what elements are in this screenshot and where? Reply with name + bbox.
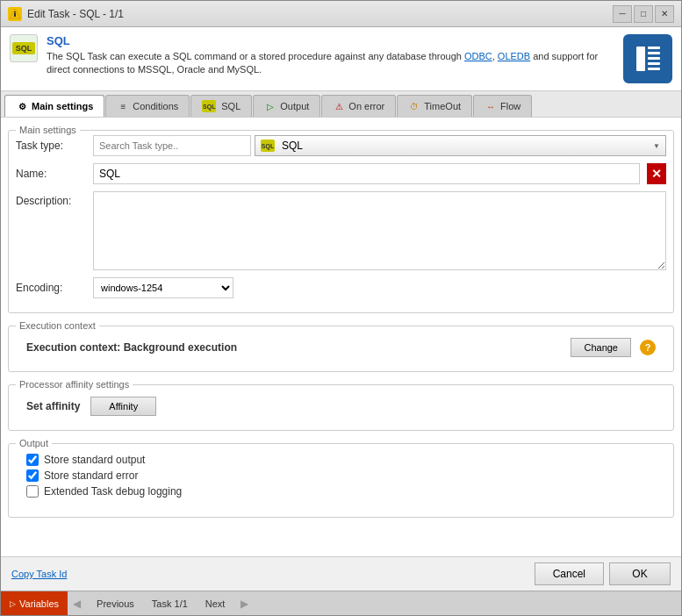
main-settings-icon: ⚙ — [16, 100, 28, 112]
on-error-icon: ⚠ — [333, 100, 345, 112]
tab-on-error[interactable]: ⚠ On error — [321, 95, 396, 117]
execution-context-body: Execution context: Background execution … — [16, 331, 666, 364]
header-description: The SQL Task can execute a SQL command o… — [47, 50, 614, 77]
debug-logging-row: Extended Task debug logging — [26, 485, 656, 498]
encoding-row: Encoding: windows-1254 UTF-8 UTF-16 ISO-… — [16, 277, 666, 298]
store-stderr-row: Store standard error — [26, 469, 656, 482]
output-body: Store standard output Store standard err… — [16, 448, 666, 510]
tab-conditions[interactable]: ≡ Conditions — [105, 95, 190, 117]
header-title: SQL — [47, 34, 614, 47]
sql-header-icon: SQL — [10, 34, 38, 62]
task-indicator: Task 1/1 — [145, 598, 195, 609]
debug-logging-label: Extended Task debug logging — [44, 485, 182, 498]
window-title: Edit Task - SQL - 1/1 — [27, 8, 613, 20]
header-area: SQL SQL The SQL Task can execute a SQL c… — [1, 27, 681, 91]
header-content: SQL The SQL Task can execute a SQL comma… — [47, 34, 614, 77]
main-settings-section: Main settings Task type: SQL SQL ▼ Name:… — [8, 125, 674, 313]
flow-icon: ↔ — [485, 100, 497, 112]
description-row: Description: — [16, 191, 666, 270]
name-input[interactable] — [93, 163, 640, 184]
svg-rect-2 — [14, 11, 16, 13]
next-separator: ▶ — [235, 598, 254, 610]
sql-combo-icon: SQL — [261, 140, 275, 152]
close-button[interactable]: ✕ — [655, 5, 674, 23]
task-type-search[interactable] — [93, 135, 251, 156]
variables-label: Variables — [19, 598, 59, 609]
affinity-legend: Processor affinity settings — [16, 379, 133, 390]
cancel-button[interactable]: Cancel — [535, 562, 604, 585]
maximize-button[interactable]: □ — [634, 5, 653, 23]
oledb-link[interactable]: OLEDB — [498, 51, 530, 61]
prev-separator: ◀ — [68, 598, 86, 610]
description-textarea[interactable] — [93, 191, 666, 270]
tab-timeout[interactable]: ⏱ TimeOut — [397, 95, 472, 117]
main-settings-legend: Main settings — [16, 125, 80, 135]
execution-context-legend: Execution context — [16, 320, 99, 331]
tab-main-settings[interactable]: ⚙ Main settings — [4, 95, 104, 117]
task-type-controls: SQL SQL ▼ — [93, 135, 666, 156]
encoding-select[interactable]: windows-1254 UTF-8 UTF-16 ISO-8859-1 — [93, 277, 233, 298]
sql-tab-icon: SQL — [202, 100, 216, 112]
store-stdout-row: Store standard output — [26, 454, 656, 466]
copy-task-link[interactable]: Copy Task Id — [11, 569, 67, 579]
svg-rect-1 — [14, 13, 16, 17]
variables-tab[interactable]: ▷ Variables — [1, 591, 68, 615]
previous-button[interactable]: Previous — [86, 595, 145, 612]
name-row: Name: ✕ — [16, 163, 666, 184]
task-type-row: Task type: SQL SQL ▼ — [16, 135, 666, 156]
name-label: Name: — [16, 168, 86, 180]
minimize-button[interactable]: ─ — [613, 5, 632, 23]
change-button[interactable]: Change — [571, 338, 631, 357]
debug-logging-checkbox[interactable] — [26, 485, 39, 498]
task-type-label: Task type: — [16, 140, 86, 152]
app-icon — [8, 7, 22, 21]
execution-context-section: Execution context Execution context: Bac… — [8, 320, 674, 372]
output-icon: ▷ — [264, 100, 276, 112]
store-stderr-checkbox[interactable] — [26, 469, 39, 482]
store-stderr-label: Store standard error — [44, 469, 138, 482]
variables-arrow-icon: ▷ — [10, 599, 16, 608]
conditions-icon: ≡ — [117, 100, 129, 112]
tab-flow[interactable]: ↔ Flow — [473, 95, 532, 117]
processor-affinity-section: Processor affinity settings Set affinity… — [8, 379, 674, 431]
output-section: Output Store standard output Store stand… — [8, 438, 674, 518]
encoding-label: Encoding: — [16, 282, 86, 294]
affinity-button[interactable]: Affinity — [90, 397, 156, 416]
execution-context-label: Execution context: Background execution — [26, 341, 562, 354]
tab-output[interactable]: ▷ Output — [253, 95, 320, 117]
task-type-value: SQL — [282, 140, 303, 152]
main-content: Main settings Task type: SQL SQL ▼ Name:… — [1, 118, 681, 556]
title-bar: Edit Task - SQL - 1/1 ─ □ ✕ — [1, 1, 681, 27]
ok-button[interactable]: OK — [609, 562, 671, 585]
store-stdout-checkbox[interactable] — [26, 454, 39, 466]
footer-buttons: Cancel OK — [535, 562, 671, 585]
tab-bar: ⚙ Main settings ≡ Conditions SQL SQL ▷ O… — [1, 91, 681, 118]
store-stdout-label: Store standard output — [44, 454, 145, 466]
odbc-link[interactable]: ODBC — [464, 51, 492, 61]
tab-sql[interactable]: SQL SQL — [190, 95, 252, 117]
timeout-icon: ⏱ — [408, 100, 420, 112]
affinity-body: Set affinity Affinity — [16, 390, 666, 423]
next-button[interactable]: Next — [195, 595, 236, 612]
task-type-dropdown[interactable]: SQL SQL ▼ — [255, 135, 666, 156]
description-label: Description: — [16, 191, 86, 207]
name-clear-button[interactable]: ✕ — [647, 163, 666, 184]
bottom-bar: ▷ Variables ◀ Previous Task 1/1 Next ▶ — [1, 591, 681, 615]
help-icon[interactable]: ? — [640, 340, 656, 355]
set-affinity-label: Set affinity — [26, 400, 80, 412]
dropdown-arrow: ▼ — [653, 142, 660, 150]
main-window: Edit Task - SQL - 1/1 ─ □ ✕ SQL SQL The … — [0, 0, 682, 616]
documentation-icon[interactable] — [623, 34, 672, 83]
output-legend: Output — [16, 438, 52, 448]
footer-bar: Copy Task Id Cancel OK — [1, 556, 681, 591]
window-controls: ─ □ ✕ — [613, 5, 674, 23]
